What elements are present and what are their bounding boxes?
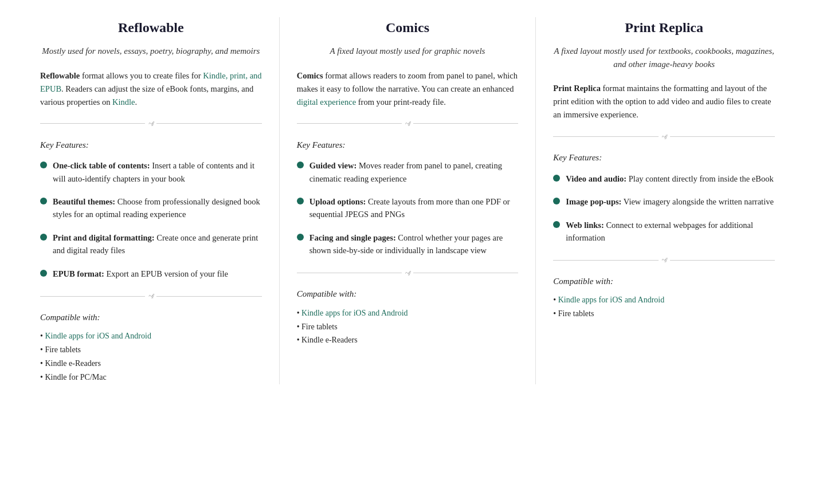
comics-description: Comics format allows readers to zoom fro…: [297, 69, 519, 109]
compat-item: Kindle apps for iOS and Android: [40, 329, 262, 343]
feature-text: Image pop-ups: View imagery alongside th…: [566, 195, 774, 208]
feature-item: Upload options: Create layouts from more…: [297, 195, 519, 221]
compat-item: Kindle for PC/Mac: [40, 371, 262, 384]
compat-link[interactable]: Kindle apps for iOS and Android: [558, 296, 664, 304]
column-reflowable: ReflowableMostly used for novels, essays…: [23, 17, 280, 384]
reflowable-title: Reflowable: [40, 17, 262, 38]
bullet-icon: [297, 198, 304, 204]
feature-text: Beautiful themes: Choose from profession…: [53, 195, 262, 221]
comics-title: Comics: [297, 17, 519, 38]
bullet-icon: [40, 162, 47, 168]
print-replica-subtitle: A fixed layout mostly used for textbooks…: [553, 45, 775, 70]
print-replica-divider-1: ~//: [553, 131, 775, 143]
reflowable-divider-1: ~//: [40, 118, 262, 129]
reflowable-subtitle: Mostly used for novels, essays, poetry, …: [40, 45, 262, 58]
feature-item: Beautiful themes: Choose from profession…: [40, 195, 262, 221]
compat-link[interactable]: Kindle apps for iOS and Android: [45, 332, 151, 340]
feature-text: Print and digital formatting: Create onc…: [53, 231, 262, 257]
compat-link[interactable]: Kindle apps for iOS and Android: [301, 309, 407, 317]
reflowable-key-features-label: Key Features:: [40, 139, 262, 152]
column-comics: ComicsA fixed layout mostly used for gra…: [280, 17, 536, 384]
page: ReflowableMostly used for novels, essays…: [0, 0, 815, 401]
reflowable-description: Reflowable format allows you to create f…: [40, 69, 262, 109]
feature-text: Video and audio: Play content directly f…: [566, 172, 773, 185]
columns-container: ReflowableMostly used for novels, essays…: [23, 17, 792, 384]
compat-item: Fire tablets: [40, 343, 262, 357]
bullet-icon: [40, 234, 47, 241]
comics-key-features-label: Key Features:: [297, 139, 519, 152]
column-print-replica: Print ReplicaA fixed layout mostly used …: [536, 17, 792, 384]
feature-text: One-click table of contents: Insert a ta…: [53, 159, 262, 185]
print-replica-compat-label: Compatible with:: [553, 275, 775, 288]
comics-feature-list: Guided view: Moves reader from panel to …: [297, 159, 519, 257]
feature-text: Web links: Connect to external webpages …: [566, 219, 775, 245]
comics-divider-2: ~//: [297, 267, 519, 279]
comics-divider-1: ~//: [297, 118, 519, 129]
print-replica-compat-list: Kindle apps for iOS and AndroidFire tabl…: [553, 293, 775, 321]
compat-item: Kindle apps for iOS and Android: [297, 306, 519, 320]
feature-item: Web links: Connect to external webpages …: [553, 219, 775, 245]
bullet-icon: [553, 221, 560, 228]
bullet-icon: [40, 270, 47, 277]
compat-item: Kindle e-Readers: [40, 357, 262, 371]
feature-item: EPUB format: Export an EPUB version of y…: [40, 267, 262, 280]
compat-item: Fire tablets: [297, 320, 519, 334]
reflowable-divider-2: ~//: [40, 290, 262, 302]
compat-item: Kindle e-Readers: [297, 333, 519, 347]
print-replica-divider-2: ~//: [553, 254, 775, 266]
comics-compat-list: Kindle apps for iOS and AndroidFire tabl…: [297, 306, 519, 347]
comics-subtitle: A fixed layout mostly used for graphic n…: [297, 45, 519, 58]
feature-item: Video and audio: Play content directly f…: [553, 172, 775, 185]
print-replica-feature-list: Video and audio: Play content directly f…: [553, 172, 775, 245]
reflowable-compat-list: Kindle apps for iOS and AndroidFire tabl…: [40, 329, 262, 384]
feature-item: Guided view: Moves reader from panel to …: [297, 159, 519, 185]
feature-text: EPUB format: Export an EPUB version of y…: [53, 267, 228, 280]
reflowable-compat-label: Compatible with:: [40, 311, 262, 324]
print-replica-description: Print Replica format maintains the forma…: [553, 82, 775, 122]
comics-compat-label: Compatible with:: [297, 288, 519, 301]
feature-item: One-click table of contents: Insert a ta…: [40, 159, 262, 185]
bullet-icon: [553, 198, 560, 204]
bullet-icon: [553, 175, 560, 182]
print-replica-key-features-label: Key Features:: [553, 151, 775, 164]
reflowable-feature-list: One-click table of contents: Insert a ta…: [40, 159, 262, 280]
feature-text: Upload options: Create layouts from more…: [309, 195, 519, 221]
feature-item: Facing and single pages: Control whether…: [297, 231, 519, 257]
feature-item: Image pop-ups: View imagery alongside th…: [553, 195, 775, 208]
bullet-icon: [297, 234, 304, 241]
print-replica-title: Print Replica: [553, 17, 775, 38]
bullet-icon: [40, 198, 47, 204]
feature-text: Guided view: Moves reader from panel to …: [309, 159, 519, 185]
compat-item: Kindle apps for iOS and Android: [553, 293, 775, 307]
compat-item: Fire tablets: [553, 307, 775, 321]
feature-item: Print and digital formatting: Create onc…: [40, 231, 262, 257]
bullet-icon: [297, 162, 304, 168]
feature-text: Facing and single pages: Control whether…: [309, 231, 519, 257]
